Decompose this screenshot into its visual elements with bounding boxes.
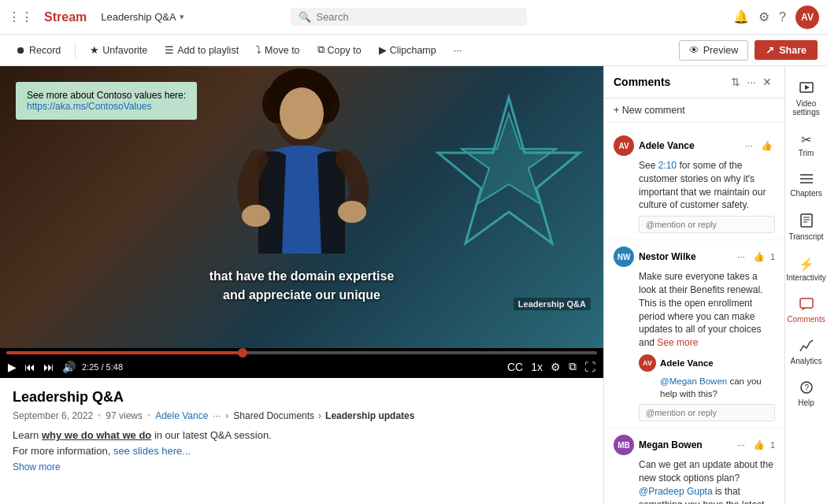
timestamp-link[interactable]: 2:10 bbox=[658, 160, 677, 171]
comments-title: Comments bbox=[614, 76, 728, 88]
comment-more-button[interactable]: ··· bbox=[743, 139, 755, 152]
share-button[interactable]: ↗ Share bbox=[755, 40, 818, 60]
video-settings-icon bbox=[799, 80, 814, 98]
sidebar-item-video-settings[interactable]: Video settings bbox=[787, 74, 826, 123]
commenter-name: Adele Vance bbox=[660, 358, 775, 368]
author-link[interactable]: Adele Vance bbox=[155, 410, 208, 421]
chapters-label: Chapters bbox=[790, 189, 822, 198]
record-icon: ⏺ bbox=[16, 45, 26, 56]
video-watermark: Leadership Q&A bbox=[514, 298, 591, 310]
sidebar-item-comments[interactable]: Comments bbox=[787, 291, 826, 330]
interactivity-icon: ⚡ bbox=[799, 257, 814, 272]
comment-more-button[interactable]: ··· bbox=[735, 439, 747, 451]
avatar: MB bbox=[614, 435, 634, 455]
sidebar-item-help[interactable]: ? Help bbox=[787, 375, 826, 413]
video-controls: ▶ ⏮ ⏭ 🔊 2:25 / 5:48 CC 1x ⚙ ⧉ ⛶ bbox=[0, 348, 603, 378]
comment-header: MB Megan Bowen ··· 👍 1 bbox=[614, 435, 775, 455]
close-comments-button[interactable]: ✕ bbox=[759, 74, 775, 90]
chapters-icon bbox=[799, 173, 814, 187]
svg-point-8 bbox=[280, 87, 324, 139]
reply-input[interactable] bbox=[639, 216, 775, 233]
avatar: NW bbox=[614, 246, 634, 267]
toolbar-right: 👁 Preview ↗ Share bbox=[679, 40, 818, 61]
share-icon: ↗ bbox=[766, 44, 774, 56]
sidebar-item-analytics[interactable]: Analytics bbox=[787, 333, 826, 372]
sidebar-item-transcript[interactable]: Transcript bbox=[787, 207, 826, 247]
copy-icon: ⧉ bbox=[317, 44, 324, 56]
help-icon[interactable]: ? bbox=[779, 10, 786, 24]
preview-icon: 👁 bbox=[689, 45, 699, 56]
notifications-icon[interactable]: 🔔 bbox=[733, 9, 749, 24]
toolbar: ⏺ Record ★ Unfavorite ☰ Add to playlist … bbox=[0, 35, 827, 66]
sort-comments-button[interactable]: ⇅ bbox=[728, 74, 744, 90]
svg-point-7 bbox=[338, 201, 366, 223]
comment-body: Make sure everyone takes a look at their… bbox=[639, 270, 775, 350]
speed-button[interactable]: 1x bbox=[529, 359, 544, 375]
search-box: 🔍 bbox=[291, 8, 527, 26]
comment-like-button[interactable]: 👍 bbox=[758, 139, 775, 152]
svg-marker-1 bbox=[462, 113, 556, 204]
more-comments-button[interactable]: ··· bbox=[744, 74, 759, 90]
transcript-icon bbox=[800, 213, 813, 231]
record-button[interactable]: ⏺ Record bbox=[9, 42, 67, 59]
move-to-button[interactable]: ⤵ Move to bbox=[250, 42, 306, 59]
video-title: Leadership Q&A bbox=[13, 389, 591, 406]
breadcrumb-shared-docs[interactable]: Shared Documents bbox=[233, 410, 314, 421]
copy-to-button[interactable]: ⧉ Copy to bbox=[311, 41, 368, 59]
playlist-icon: ☰ bbox=[165, 44, 174, 56]
breadcrumb-leadership-updates[interactable]: Leadership updates bbox=[325, 410, 414, 421]
show-more-link[interactable]: Show more bbox=[13, 461, 61, 472]
video-frame[interactable]: See more about Contoso values here: http… bbox=[0, 66, 603, 348]
comment-like-button[interactable]: 👍 bbox=[751, 250, 767, 263]
more-options-button[interactable]: ··· bbox=[447, 42, 468, 59]
slides-link[interactable]: see slides here... bbox=[113, 445, 191, 457]
comments-content: Comments ⇅ ··· ✕ + New comment AV Adele … bbox=[604, 66, 784, 504]
video-description: Learn why we do what we do in our latest… bbox=[13, 428, 591, 458]
sidebar-item-trim[interactable]: ✂ Trim bbox=[787, 126, 826, 164]
transcript-label: Transcript bbox=[788, 232, 823, 241]
comment-like-button[interactable]: 👍 bbox=[751, 439, 767, 451]
caption-box: See more about Contoso values here: http… bbox=[16, 82, 197, 120]
comment-actions: ··· 👍 bbox=[743, 139, 775, 152]
sidebar-item-interactivity[interactable]: ⚡ Interactivity bbox=[787, 250, 826, 288]
settings-video-button[interactable]: ⚙ bbox=[549, 359, 562, 375]
video-area: See more about Contoso values here: http… bbox=[0, 66, 603, 378]
caption-link[interactable]: https://aka.ms/ContosoValues bbox=[27, 101, 152, 112]
comment-body: @Megan Bowen can you help with this? bbox=[660, 375, 775, 400]
app-name: Stream bbox=[44, 10, 87, 24]
progress-bar[interactable] bbox=[6, 351, 597, 354]
reply-input[interactable] bbox=[639, 404, 775, 421]
main-content: See more about Contoso values here: http… bbox=[0, 66, 827, 504]
play-button[interactable]: ▶ bbox=[6, 359, 18, 375]
preview-button[interactable]: 👁 Preview bbox=[679, 40, 748, 61]
fullscreen-button[interactable]: ⛶ bbox=[583, 359, 597, 375]
svg-point-6 bbox=[242, 205, 270, 227]
captions-button[interactable]: CC bbox=[506, 359, 525, 375]
new-comment-button[interactable]: + New comment bbox=[614, 103, 685, 117]
pip-button[interactable]: ⧉ bbox=[567, 358, 578, 375]
forward-button[interactable]: ⏭ bbox=[42, 359, 56, 375]
comment-more-button[interactable]: ··· bbox=[735, 250, 747, 263]
svg-text:?: ? bbox=[804, 384, 809, 392]
unfavorite-button[interactable]: ★ Unfavorite bbox=[83, 41, 154, 59]
settings-icon[interactable]: ⚙ bbox=[758, 9, 770, 24]
sidebar-item-chapters[interactable]: Chapters bbox=[787, 167, 826, 204]
toolbar-separator bbox=[75, 43, 76, 58]
logo-overlay bbox=[430, 90, 588, 247]
breadcrumb-dropdown-icon[interactable]: ▾ bbox=[180, 12, 184, 22]
comment-actions: ··· 👍 1 bbox=[735, 439, 775, 451]
volume-button[interactable]: 🔊 bbox=[61, 359, 77, 375]
see-more-link[interactable]: See more bbox=[657, 337, 698, 348]
waffle-icon[interactable]: ⋮⋮ bbox=[8, 9, 33, 24]
svg-marker-10 bbox=[805, 85, 810, 90]
comments-header: Comments ⇅ ··· ✕ bbox=[604, 66, 784, 98]
add-to-playlist-button[interactable]: ☰ Add to playlist bbox=[158, 41, 245, 59]
search-input[interactable] bbox=[316, 11, 519, 23]
rewind-button[interactable]: ⏮ bbox=[23, 359, 37, 375]
breadcrumb-path: Shared Documents › Leadership updates bbox=[233, 410, 414, 421]
avatar[interactable]: AV bbox=[795, 6, 819, 29]
clipchamp-button[interactable]: ▶ Clipchamp bbox=[373, 41, 443, 59]
comments-list: AV Adele Vance ··· 👍 See 2:10 for some o… bbox=[604, 123, 784, 504]
breadcrumb-title[interactable]: Leadership Q&A bbox=[101, 11, 176, 23]
comments-icon bbox=[799, 298, 814, 313]
